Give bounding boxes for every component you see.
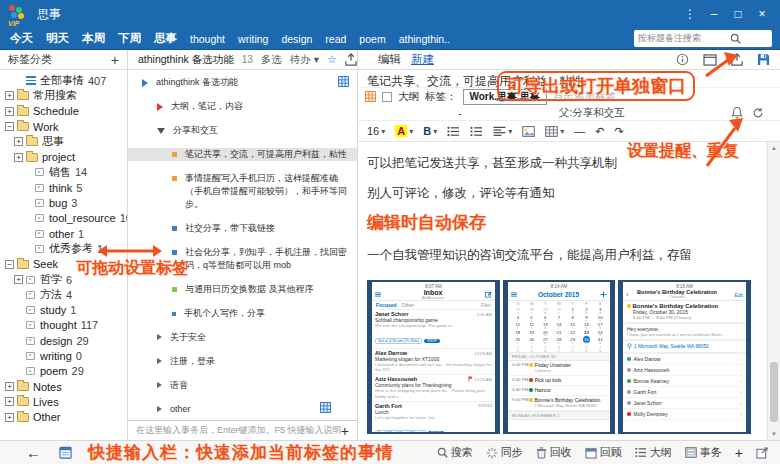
statusbar-大纲[interactable]: 大纲	[635, 445, 672, 460]
info-icon[interactable]	[676, 53, 689, 66]
outline-item-selected[interactable]: 笔记共享，交流，可提高用户利益，粘性	[128, 148, 357, 161]
tree-item-常用搜索[interactable]: +常用搜索	[0, 88, 127, 103]
expander-icon[interactable]: +	[5, 107, 14, 116]
menu-item-design[interactable]: design	[281, 33, 312, 45]
quick-add-button[interactable]: +	[341, 423, 349, 439]
todo-filter-dropdown[interactable]: 待办 ▾	[290, 53, 319, 67]
horizontal-rule-button[interactable]: —	[574, 125, 585, 137]
outline-grid-toggle-icon[interactable]	[320, 402, 331, 413]
export-icon[interactable]	[731, 53, 743, 66]
add-tag-button[interactable]: +	[111, 52, 119, 68]
menu-item-明天[interactable]: 明天	[46, 31, 69, 46]
window-menu-button[interactable]: ⋮	[678, 7, 702, 21]
tree-item-other[interactable]: other1	[0, 226, 127, 241]
tree-item-Seek[interactable]: −Seek	[0, 257, 127, 272]
menu-item-今天[interactable]: 今天	[10, 31, 33, 46]
outline-item[interactable]: 分享和交互	[128, 124, 357, 137]
tri-gray-bullet-icon[interactable]	[157, 382, 162, 388]
sq-blue-sm-bullet-icon[interactable]	[172, 312, 176, 316]
tri-blue-bullet-icon[interactable]	[142, 79, 148, 87]
tree-item-Work[interactable]: −Work	[0, 119, 127, 134]
tree-item-think[interactable]: think5	[0, 180, 127, 195]
note-body[interactable]: 可以把笔记发送共享，甚至形成一种共享机制 别人可评论，修改，评论等有通知 编辑时…	[358, 155, 780, 434]
tree-item-thought[interactable]: thought117	[0, 318, 127, 333]
sq-blue-bullet-icon[interactable]	[172, 250, 177, 255]
minimize-button[interactable]: –	[702, 7, 726, 21]
expander-icon[interactable]: −	[5, 260, 14, 269]
statusbar-回顾[interactable]: 回顾	[585, 445, 622, 460]
back-arrow-icon[interactable]: ←	[26, 444, 41, 461]
edit-button[interactable]: 编辑	[378, 52, 401, 67]
expander-icon[interactable]: +	[5, 382, 14, 391]
bullet-list-icon[interactable]	[447, 126, 460, 137]
tri-down-bullet-icon[interactable]	[157, 128, 165, 134]
tri-gray-bullet-icon[interactable]	[157, 358, 162, 364]
outline-item[interactable]: 事情提醒写入手机日历，这样提醒准确（手机自带提醒可能较弱），和手环等同步。	[128, 172, 357, 211]
priority-dash[interactable]: -	[458, 107, 462, 119]
outline-item[interactable]: 关于安全	[128, 331, 357, 344]
tree-item-poem[interactable]: poem29	[0, 364, 127, 379]
sq-green-bullet-icon[interactable]	[172, 287, 177, 292]
calendar-view-icon[interactable]	[59, 446, 72, 459]
scroll-up-icon[interactable]: ▲	[768, 142, 780, 154]
align-dropdown[interactable]: ▾	[493, 126, 512, 137]
expander-icon[interactable]: +	[14, 275, 23, 284]
tree-item-Notes[interactable]: +Notes	[0, 379, 127, 394]
redo-icon[interactable]: ↷	[614, 125, 623, 138]
expander-icon[interactable]: −	[5, 122, 14, 131]
tag-value[interactable]: Work.思事.思事	[463, 89, 547, 105]
highlight-color-dropdown[interactable]: A▾	[395, 125, 413, 137]
tri-gray-bullet-icon[interactable]	[157, 334, 162, 340]
tree-item-销售[interactable]: 销售14	[0, 165, 127, 180]
expander-icon[interactable]: +	[5, 397, 14, 406]
tri-gray-bullet-icon[interactable]	[157, 406, 162, 412]
search-input[interactable]: 按标题备注搜索 (Ctrl+F 高级)	[634, 30, 772, 47]
note-title[interactable]: 笔记共享、交流，可提高用户利益，粘性	[358, 70, 780, 88]
tree-item-project[interactable]: +project	[0, 149, 127, 164]
bold-dropdown[interactable]: B▾	[423, 125, 437, 137]
note-grid-icon[interactable]	[365, 91, 376, 102]
insert-table-dropdown[interactable]: ▾	[545, 126, 564, 137]
font-size-dropdown[interactable]: 16▾	[367, 125, 385, 137]
menu-item-下周[interactable]: 下周	[118, 31, 141, 46]
tree-item-writing[interactable]: writing0	[0, 348, 127, 363]
menu-item-本周[interactable]: 本周	[82, 31, 105, 46]
star-icon[interactable]: ☆	[327, 53, 337, 66]
menu-item-read[interactable]: read	[325, 33, 346, 45]
sq-blue-bullet-icon[interactable]	[172, 226, 177, 231]
export-list-icon[interactable]	[345, 53, 357, 66]
tree-item-方法[interactable]: 方法4	[0, 287, 127, 302]
multi-select-button[interactable]: 多选	[261, 53, 282, 67]
outline-item[interactable]: 注册，登录	[128, 355, 357, 368]
statusbar-事务[interactable]: 事务	[685, 445, 722, 460]
expander-icon[interactable]: +	[5, 91, 14, 100]
expander-icon[interactable]: +	[5, 413, 14, 422]
outline-item[interactable]: 与通用日历交换数据 及其他程序	[128, 283, 357, 296]
open-window-icon[interactable]	[703, 54, 717, 66]
menu-item-thought[interactable]: thought	[190, 33, 225, 45]
tri-red-bullet-icon[interactable]	[157, 103, 163, 111]
sq-orange-bullet-icon[interactable]	[172, 152, 177, 157]
tree-item-Schedule[interactable]: +Schedule	[0, 104, 127, 119]
tree-item-design[interactable]: design29	[0, 333, 127, 348]
tree-item-tool_resource[interactable]: tool_resource10	[0, 211, 127, 226]
outline-checkbox[interactable]	[382, 92, 392, 102]
insert-image-icon[interactable]	[522, 126, 535, 137]
editor-scrollbar[interactable]: ▲ ▼	[767, 142, 780, 440]
outline-item[interactable]: 社交分享，带下载链接	[128, 222, 357, 235]
scroll-down-icon[interactable]: ▼	[768, 428, 780, 440]
new-window-icon[interactable]	[756, 447, 768, 459]
tree-item-思事[interactable]: +思事	[0, 134, 127, 149]
add-tag-hint[interactable]: 点击添加标签	[553, 90, 616, 104]
menu-item-writing[interactable]: writing	[238, 33, 268, 45]
quick-input-bar[interactable]: 在这里输入事务后，Enter键添加。F5 快捷输入说明。 +	[128, 420, 357, 440]
tree-item-优秀参考[interactable]: 优秀参考1	[0, 241, 127, 256]
outline-item[interactable]: 手机个人写作，分享	[128, 307, 357, 320]
statusbar-搜索[interactable]: 搜索	[437, 445, 473, 460]
maximize-button[interactable]: □	[726, 7, 750, 21]
expander-icon[interactable]: +	[14, 137, 23, 146]
tree-item-Other[interactable]: +Other	[0, 410, 127, 425]
statusbar-回收[interactable]: 回收	[536, 445, 572, 460]
menu-item-思事[interactable]: 思事	[154, 31, 177, 46]
tree-item-bug[interactable]: bug3	[0, 195, 127, 210]
